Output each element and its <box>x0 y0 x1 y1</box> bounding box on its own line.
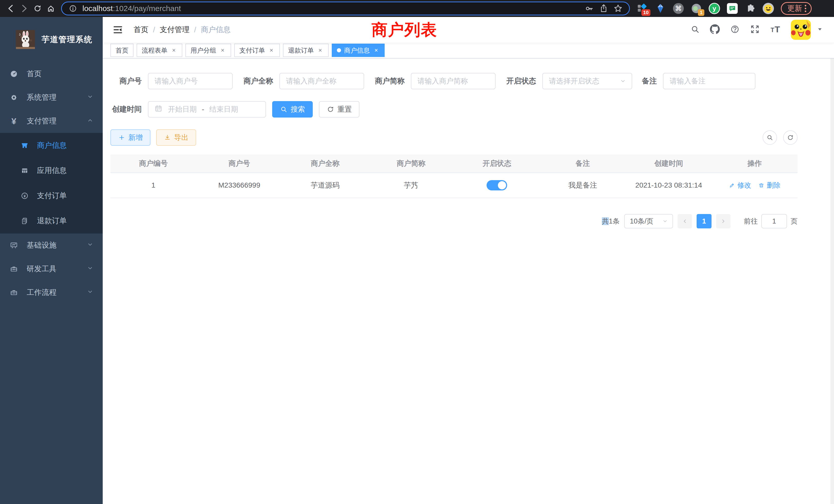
column-header: 操作 <box>712 159 798 168</box>
refresh-button[interactable] <box>783 130 797 145</box>
short-name-input[interactable] <box>411 73 496 89</box>
tab-refund-orders[interactable]: 退款订单× <box>283 44 329 57</box>
chevron-down-icon <box>86 93 94 102</box>
extension-chat-icon[interactable] <box>726 3 738 14</box>
export-button[interactable]: 导出 <box>156 129 196 146</box>
sidebar-item-infrastructure[interactable]: 基础设施 <box>0 233 103 257</box>
chevron-down-icon <box>662 218 668 225</box>
reset-button[interactable]: 重置 <box>319 101 359 117</box>
sidebar-item-label: 基础设施 <box>27 240 57 250</box>
help-icon[interactable] <box>730 24 740 36</box>
sidebar-item-dev-tools[interactable]: 研发工具 <box>0 257 103 281</box>
sidebar-item-merchant-info[interactable]: 商户信息 <box>0 133 103 158</box>
sidebar-item-home[interactable]: 首页 <box>0 62 103 86</box>
date-start-placeholder[interactable]: 开始日期 <box>168 105 197 114</box>
password-key-icon[interactable] <box>584 3 595 14</box>
browser-update-button[interactable]: 更新 <box>781 2 812 15</box>
remark-input[interactable] <box>663 73 755 89</box>
breadcrumb-payment[interactable]: 支付管理 <box>160 25 190 35</box>
extension-pin-icon[interactable]: 10 <box>637 3 649 14</box>
chevron-down-icon <box>619 77 627 85</box>
toggle-search-button[interactable] <box>763 130 777 145</box>
share-icon[interactable] <box>598 3 610 14</box>
tab-home[interactable]: 首页 <box>110 44 133 57</box>
status-toggle[interactable] <box>487 180 507 190</box>
table-row: 1 M233666999 芋道源码 芋艿 我是备注 2021-10-23 08:… <box>110 173 797 198</box>
filter-status: 开启状态 请选择开启状态 <box>505 73 632 89</box>
pagination: 共1条 10条/页 1 前往 页 <box>110 214 797 228</box>
sidebar-item-label: 系统管理 <box>27 92 57 102</box>
sidebar-item-app-info[interactable]: 应用信息 <box>0 158 103 183</box>
sidebar-item-refund-orders[interactable]: 退款订单 <box>0 208 103 233</box>
date-end-placeholder[interactable]: 结束日期 <box>209 105 238 114</box>
sidebar-item-label: 退款订单 <box>37 216 67 226</box>
browser-home-button[interactable] <box>44 2 58 15</box>
merchant-no-input[interactable] <box>148 73 233 89</box>
page-scrollbar[interactable] <box>830 17 834 504</box>
browser-toolbar: localhost:1024/pay/merchant 10 ⌘ 1 y 更新 <box>0 0 834 17</box>
documents-icon <box>20 216 30 225</box>
merchant-no-label: 商户号 <box>110 76 142 86</box>
yen-icon: ¥ <box>9 116 19 126</box>
column-header: 商户简称 <box>368 159 454 168</box>
close-icon[interactable]: × <box>373 47 379 54</box>
prev-page-button[interactable] <box>678 214 692 228</box>
calendar-icon <box>154 104 163 115</box>
user-avatar[interactable] <box>791 20 811 40</box>
collapse-sidebar-button[interactable] <box>112 24 123 35</box>
sidebar-item-system[interactable]: 系统管理 <box>0 86 103 109</box>
browser-menu-icon[interactable] <box>805 5 806 12</box>
extensions-puzzle-icon[interactable] <box>744 3 756 14</box>
search-icon[interactable] <box>690 24 700 35</box>
table-header-row: 商户编号 商户号 商户全称 商户简称 开启状态 备注 创建时间 操作 <box>110 155 797 173</box>
full-name-input[interactable] <box>279 73 364 89</box>
browser-back-button[interactable] <box>4 2 18 15</box>
browser-reload-button[interactable] <box>31 2 44 15</box>
toolbar-right <box>763 130 797 145</box>
site-info-icon[interactable] <box>67 3 79 14</box>
chevron-down-icon <box>86 288 94 297</box>
browser-profile-avatar[interactable] <box>762 3 774 14</box>
sidebar-item-workflow[interactable]: 工作流程 <box>0 281 103 304</box>
close-icon[interactable]: × <box>317 47 324 54</box>
font-size-icon[interactable] <box>770 24 781 36</box>
search-button[interactable]: 搜索 <box>272 101 313 117</box>
tab-merchant-info[interactable]: 商户信息× <box>332 44 385 57</box>
sidebar-item-label: 工作流程 <box>27 288 57 298</box>
browser-forward-button[interactable] <box>18 2 31 15</box>
status-select-placeholder: 请选择开启状态 <box>549 76 599 86</box>
extension-tab-counter-icon[interactable]: 1 <box>690 3 702 14</box>
close-icon[interactable]: × <box>171 47 177 54</box>
close-icon[interactable]: × <box>219 47 226 54</box>
user-menu[interactable] <box>791 20 824 40</box>
bookmark-star-icon[interactable] <box>612 3 624 14</box>
main-area: 首页 / 支付管理 / 商户信息 首页 流程表单× 用户分组× <box>103 17 834 504</box>
edit-link[interactable]: 修改 <box>729 181 751 190</box>
filter-create-time: 创建时间 开始日期 - 结束日期 <box>110 101 266 117</box>
page-unit-label: 页 <box>791 216 797 226</box>
goto-page-input[interactable] <box>761 214 787 228</box>
tab-process-form[interactable]: 流程表单× <box>137 44 182 57</box>
extension-command-icon[interactable]: ⌘ <box>673 3 684 14</box>
page-number-1[interactable]: 1 <box>697 214 711 228</box>
page-size-select[interactable]: 10条/页 <box>624 214 673 228</box>
address-bar[interactable]: localhost:1024/pay/merchant <box>61 2 630 16</box>
fullscreen-icon[interactable] <box>750 24 760 36</box>
remark-label: 备注 <box>641 76 657 86</box>
add-button[interactable]: 新增 <box>110 129 151 146</box>
tab-user-group[interactable]: 用户分组× <box>185 44 231 57</box>
status-select[interactable]: 请选择开启状态 <box>542 73 632 89</box>
date-range-picker[interactable]: 开始日期 - 结束日期 <box>148 101 266 117</box>
breadcrumb-home[interactable]: 首页 <box>133 25 148 35</box>
extension-yuque-icon[interactable]: y <box>708 3 720 14</box>
sidebar-item-payment[interactable]: ¥ 支付管理 <box>0 109 103 133</box>
github-icon[interactable] <box>710 24 720 36</box>
tab-pay-orders[interactable]: 支付订单× <box>234 44 280 57</box>
close-icon[interactable]: × <box>268 47 275 54</box>
delete-link[interactable]: 删除 <box>758 181 781 190</box>
next-page-button[interactable] <box>716 214 730 228</box>
sidebar-item-label: 支付管理 <box>27 116 57 126</box>
status-label: 开启状态 <box>505 76 536 86</box>
extension-gem-icon[interactable] <box>655 3 666 14</box>
sidebar-item-pay-orders[interactable]: 支付订单 <box>0 183 103 208</box>
